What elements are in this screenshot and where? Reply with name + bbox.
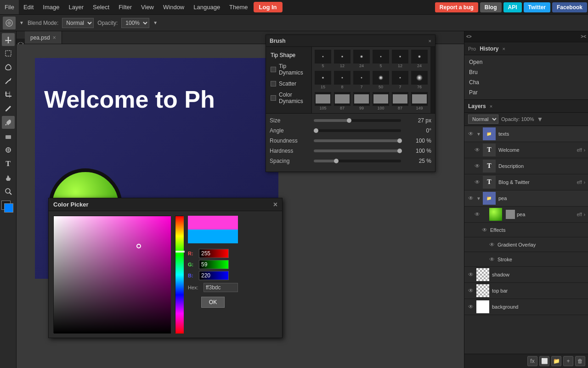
layers-add-style-btn[interactable]: fx: [527, 356, 537, 366]
layer-row-effects[interactable]: 👁 Effects: [464, 223, 588, 237]
brush-cell-13[interactable]: 80: [430, 70, 430, 90]
brush-hardness-slider[interactable]: [314, 150, 401, 152]
layers-add-mask-btn[interactable]: ⬜: [539, 356, 549, 366]
brush-tip-shape[interactable]: Tip Shape: [266, 50, 311, 61]
history-item-open[interactable]: Open: [464, 57, 588, 67]
brush-cell-14[interactable]: 105: [314, 91, 332, 111]
layer-eye-pea[interactable]: 👁: [474, 211, 481, 218]
layers-blend-select[interactable]: Normal: [468, 115, 498, 124]
brush-cell-11[interactable]: 7: [391, 70, 409, 90]
layer-arrow-pea[interactable]: ›: [584, 212, 585, 217]
b-input[interactable]: [199, 271, 229, 280]
brush-cell-6[interactable]: 60: [430, 49, 430, 69]
api-button[interactable]: API: [503, 2, 522, 12]
brush-panel-close[interactable]: ×: [429, 38, 431, 44]
layers-new-group-btn[interactable]: 📁: [551, 356, 561, 366]
layer-eye-top-bar[interactable]: 👁: [467, 287, 475, 294]
layers-panel-close[interactable]: ×: [490, 104, 492, 109]
layer-row-pea[interactable]: 👁 pea eff ›: [464, 207, 588, 223]
layer-arrow-blog-twitter[interactable]: ›: [584, 180, 585, 185]
magic-wand-tool[interactable]: [2, 75, 15, 87]
brush-cell-3[interactable]: 5: [372, 49, 390, 69]
color-saturation-picker[interactable]: [53, 216, 170, 333]
layer-eye-shadow[interactable]: 👁: [467, 271, 475, 278]
hand-tool[interactable]: [2, 171, 15, 184]
layer-eye-effects[interactable]: 👁: [481, 226, 488, 234]
brush-scrollbar[interactable]: [430, 47, 435, 113]
blend-mode-select[interactable]: Normal: [62, 18, 94, 28]
text-tool[interactable]: T: [2, 157, 15, 170]
brush-cell-16[interactable]: 99: [352, 91, 371, 111]
layer-chevron-texts[interactable]: ▼: [476, 132, 481, 137]
brush-scatter[interactable]: Scatter: [266, 78, 311, 89]
report-bug-button[interactable]: Report a bug: [435, 2, 478, 12]
layer-group-texts[interactable]: 👁 ▼ 📁 texts: [464, 126, 588, 142]
history-panel-close[interactable]: ×: [502, 46, 505, 52]
layer-row-shadow[interactable]: 👁 shadow: [464, 267, 588, 283]
menu-edit[interactable]: Edit: [19, 0, 38, 14]
r-input[interactable]: [199, 249, 229, 258]
brush-cell-4[interactable]: 12: [391, 49, 409, 69]
layer-eye-background[interactable]: 👁: [467, 303, 475, 310]
move-tool[interactable]: [2, 33, 15, 46]
brush-scatter-check[interactable]: [271, 81, 276, 86]
brush-cell-12[interactable]: 76: [410, 70, 429, 90]
layer-arrow-welcome[interactable]: ›: [584, 148, 585, 153]
brush-cell-2[interactable]: 24: [352, 49, 371, 69]
brush-cell-5[interactable]: 24: [410, 49, 429, 69]
layer-eye-blog-twitter[interactable]: 👁: [474, 178, 481, 186]
layer-eye-texts[interactable]: 👁: [467, 130, 475, 138]
login-button[interactable]: Log In: [254, 2, 283, 12]
layer-group-pea[interactable]: 👁 ▼ 📁 pea: [464, 190, 588, 207]
hex-input[interactable]: [204, 283, 238, 292]
layer-eye-stroke[interactable]: 👁: [488, 256, 496, 263]
brush-tip-dynamics-check[interactable]: [271, 67, 276, 72]
layer-eye-welcome[interactable]: 👁: [474, 146, 481, 154]
menu-layer[interactable]: Layer: [64, 0, 89, 14]
brush-cell-9[interactable]: 7: [352, 70, 371, 90]
brush-paint-tool[interactable]: [2, 116, 15, 129]
menu-language[interactable]: Language: [189, 0, 225, 14]
history-item-par[interactable]: Par: [464, 87, 588, 98]
layer-row-top-bar[interactable]: 👁 top bar: [464, 283, 588, 299]
layer-chevron-pea[interactable]: ▼: [476, 196, 481, 201]
eyedropper-tool[interactable]: [2, 102, 15, 115]
color-hue-strip[interactable]: [175, 216, 183, 333]
menu-theme[interactable]: Theme: [225, 0, 252, 14]
brush-cell-17[interactable]: 100: [372, 91, 390, 111]
layers-delete-btn[interactable]: 🗑: [575, 356, 585, 366]
panel-nav-right[interactable]: ><: [581, 34, 586, 39]
brush-cell-15[interactable]: 87: [333, 91, 351, 111]
brush-cell-8[interactable]: 8: [333, 70, 351, 90]
layer-eye-description[interactable]: 👁: [474, 162, 481, 170]
brush-angle-slider[interactable]: [314, 129, 401, 132]
brush-cell-1[interactable]: 12: [333, 49, 351, 69]
brush-cell-7[interactable]: 15: [314, 70, 332, 90]
blog-button[interactable]: Blog: [480, 2, 502, 12]
tool-dropdown-arrow[interactable]: ▼: [19, 20, 24, 25]
layer-eye-pea-group[interactable]: 👁: [467, 195, 475, 202]
menu-filter[interactable]: Filter: [114, 0, 136, 14]
menu-view[interactable]: View: [136, 0, 158, 14]
layer-row-background[interactable]: 👁 background: [464, 299, 588, 315]
layer-row-description[interactable]: 👁 T Description: [464, 158, 588, 174]
color-picker-close[interactable]: ×: [273, 201, 277, 209]
brush-cell-10[interactable]: 50: [372, 70, 390, 90]
brush-size-slider[interactable]: [314, 119, 401, 122]
menu-image[interactable]: Image: [38, 0, 64, 14]
panel-nav-left[interactable]: <>: [466, 34, 472, 39]
background-color[interactable]: [4, 203, 13, 213]
zoom-tool[interactable]: [2, 185, 15, 198]
brush-cell-19[interactable]: 149: [410, 91, 429, 111]
layer-row-gradient-overlay[interactable]: 👁 Gradient Overlay: [464, 237, 588, 252]
layer-row-stroke[interactable]: 👁 Stroke: [464, 252, 588, 267]
clone-tool[interactable]: [2, 144, 15, 156]
menu-window[interactable]: Window: [158, 0, 189, 14]
brush-cell-0[interactable]: 5: [314, 49, 332, 69]
layers-new-layer-btn[interactable]: +: [563, 356, 573, 366]
facebook-button[interactable]: Facebook: [552, 2, 587, 12]
layer-eye-gradient[interactable]: 👁: [488, 241, 496, 248]
tab-close[interactable]: ×: [53, 34, 56, 41]
crop-tool[interactable]: [2, 88, 15, 101]
eraser-tool[interactable]: [2, 130, 15, 143]
